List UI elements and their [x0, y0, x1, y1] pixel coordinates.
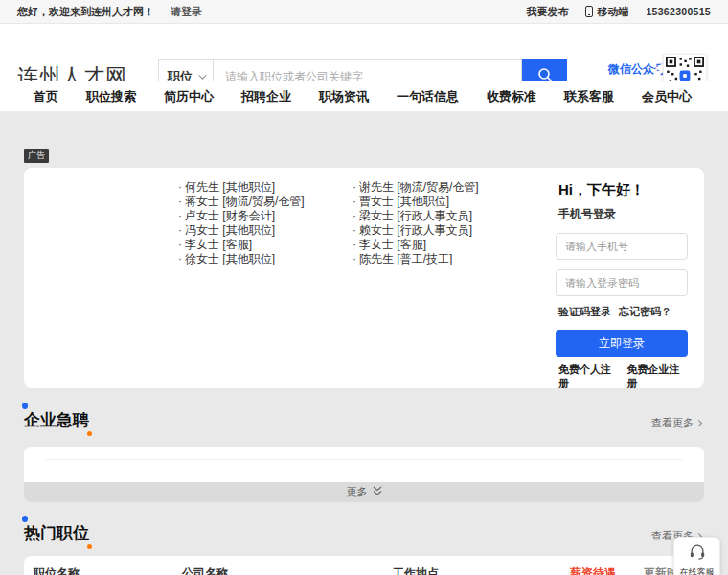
double-chevron-down-icon [373, 486, 382, 498]
company-register-link[interactable]: 免费企业注册 [627, 362, 691, 391]
nav-item[interactable]: 职位搜索 [86, 88, 136, 105]
see-more-label: 查看更多 [651, 416, 694, 430]
mobile-phone-icon [585, 6, 593, 17]
seeker-list-col2: ·谢先生 [物流/贸易/仓管] ·曹女士 [其他职位] ·梁女士 [行政人事文员… [353, 180, 479, 266]
urgent-see-more-link[interactable]: 查看更多 [651, 416, 701, 430]
nav-item[interactable]: 会员中心 [642, 88, 692, 105]
nav-item[interactable]: 收费标准 [487, 88, 536, 105]
nav-item[interactable]: 首页 [34, 88, 58, 105]
seekers-login-panel: ·何先生 [其他职位] ·蒋女士 [物流/贸易/仓管] ·卢女士 [财务会计] … [24, 168, 704, 388]
main-nav: 首页 职位搜索 简历中心 招聘企业 职场资讯 一句话信息 收费标准 联系客服 会… [0, 81, 728, 112]
topbar: 您好，欢迎来到连州人才网！ 请登录 我要发布 移动端 15362300515 [0, 0, 728, 24]
nav-item[interactable]: 联系客服 [564, 88, 614, 105]
topbar-left: 您好，欢迎来到连州人才网！ 请登录 [17, 5, 202, 19]
seeker-name: 蒋女士 [185, 195, 219, 208]
topbar-right: 我要发布 移动端 15362300515 [526, 5, 711, 19]
nav-list: 首页 职位搜索 简历中心 招聘企业 职场资讯 一句话信息 收费标准 联系客服 会… [0, 81, 728, 112]
seeker-item[interactable]: ·蒋女士 [物流/贸易/仓管] [178, 195, 305, 209]
login-method-label: 手机号登录 [558, 206, 616, 222]
bullet: · [178, 252, 182, 265]
chevron-down-icon [198, 71, 206, 79]
bullet: · [178, 238, 182, 251]
phone-field[interactable] [556, 233, 688, 260]
online-service-label: 在线客服 [680, 566, 715, 575]
seeker-name: 李女士 [359, 238, 394, 251]
bullet: · [353, 223, 356, 237]
nav-item[interactable]: 职场资讯 [319, 88, 369, 105]
job-table-header-cell: 公司名称 [182, 565, 393, 575]
hot-jobs-panel: 职位名称 公司名称 工作地点 薪资待遇 更新时间 [24, 556, 704, 575]
login-links: 验证码登录 忘记密码？ [558, 305, 671, 319]
chevron-right-icon [695, 420, 702, 426]
seeker-item[interactable]: ·李女士 [客服] [353, 238, 479, 252]
forgot-password-link[interactable]: 忘记密码？ [619, 305, 671, 319]
hot-jobs-title: 热门职位 [24, 522, 89, 544]
bullet: · [178, 195, 182, 208]
job-table-header-cell: 薪资待遇 [570, 565, 644, 575]
qr-bubble-tail [655, 63, 663, 73]
seeker-category: [其他职位] [222, 180, 275, 194]
job-table-header-cell: 职位名称 [34, 565, 182, 575]
bullet: · [178, 180, 182, 194]
seeker-category: [其他职位] [222, 223, 275, 237]
seeker-name: 陈先生 [359, 252, 394, 265]
seeker-name: 冯女士 [185, 223, 219, 237]
bullet: · [353, 180, 356, 194]
seeker-name: 徐女士 [185, 252, 219, 265]
password-field[interactable] [556, 269, 688, 296]
seeker-category: [客服] [222, 238, 252, 251]
contact-phone: 15362300515 [646, 6, 711, 17]
seeker-name: 梁女士 [359, 209, 394, 222]
seeker-item[interactable]: ·何先生 [其他职位] [178, 180, 305, 195]
code-login-link[interactable]: 验证码登录 [558, 305, 611, 319]
expand-more-button[interactable]: 更多 [24, 482, 704, 502]
login-greeting: Hi，下午好！ [558, 181, 645, 199]
seeker-name: 谢先生 [359, 180, 394, 194]
login-link[interactable]: 请登录 [171, 6, 202, 17]
seeker-category: [其他职位] [397, 195, 449, 208]
mobile-label: 移动端 [597, 5, 628, 19]
seeker-name: 何先生 [185, 180, 219, 194]
expand-more-label: 更多 [347, 485, 368, 499]
personal-register-link[interactable]: 免费个人注册 [558, 362, 622, 391]
hot-jobs-section-header: 热门职位 查看更多 [24, 522, 704, 551]
seeker-item[interactable]: ·赖女士 [行政人事文员] [353, 223, 479, 238]
seeker-name: 李女士 [185, 238, 219, 251]
seeker-category: [行政人事文员] [397, 209, 472, 222]
nav-item[interactable]: 简历中心 [164, 88, 214, 105]
urgent-jobs-title: 企业急聘 [24, 409, 89, 431]
bullet: · [353, 195, 356, 208]
seeker-list-col1: ·何先生 [其他职位] ·蒋女士 [物流/贸易/仓管] ·卢女士 [财务会计] … [178, 180, 305, 266]
publish-link[interactable]: 我要发布 [526, 5, 568, 19]
register-links: 免费个人注册 免费企业注册 [558, 362, 690, 391]
seeker-item[interactable]: ·谢先生 [物流/贸易/仓管] [353, 180, 479, 195]
seeker-item[interactable]: ·卢女士 [财务会计] [178, 209, 305, 223]
urgent-jobs-section-header: 企业急聘 查看更多 [24, 409, 704, 438]
bullet: · [353, 209, 356, 222]
seeker-item[interactable]: ·冯女士 [其他职位] [178, 223, 305, 238]
nav-item[interactable]: 一句话信息 [397, 88, 459, 105]
ad-badge: 广告 [24, 149, 49, 163]
seeker-category: [行政人事文员] [397, 223, 472, 237]
seeker-category: [其他职位] [222, 252, 275, 265]
header: 连州人才网 职位 微信公众号 查看更多工作 [0, 24, 728, 81]
seeker-name: 卢女士 [185, 209, 219, 222]
seeker-item[interactable]: ·梁女士 [行政人事文员] [353, 209, 479, 223]
seeker-category: [物流/贸易/仓管] [222, 195, 304, 208]
urgent-jobs-panel [24, 447, 704, 482]
seeker-item[interactable]: ·徐女士 [其他职位] [178, 252, 305, 266]
seeker-item[interactable]: ·曹女士 [其他职位] [353, 195, 479, 209]
job-table-header-cell: 工作地点 [393, 565, 570, 575]
bullet: · [353, 252, 356, 265]
seeker-category: [客服] [397, 238, 426, 251]
online-service-widget[interactable]: 在线客服 [673, 537, 720, 575]
nav-item[interactable]: 招聘企业 [241, 88, 291, 105]
seeker-category: [普工/技工] [397, 252, 452, 265]
bullet: · [178, 209, 182, 222]
seeker-item[interactable]: ·李女士 [客服] [178, 238, 305, 252]
seeker-item[interactable]: ·陈先生 [普工/技工] [353, 252, 479, 266]
headset-icon [689, 543, 706, 564]
mobile-link[interactable]: 移动端 [585, 5, 628, 19]
login-submit-button[interactable]: 立即登录 [556, 330, 688, 356]
main-content: 广告 ·何先生 [其他职位] ·蒋女士 [物流/贸易/仓管] ·卢女士 [财务会… [0, 112, 728, 575]
